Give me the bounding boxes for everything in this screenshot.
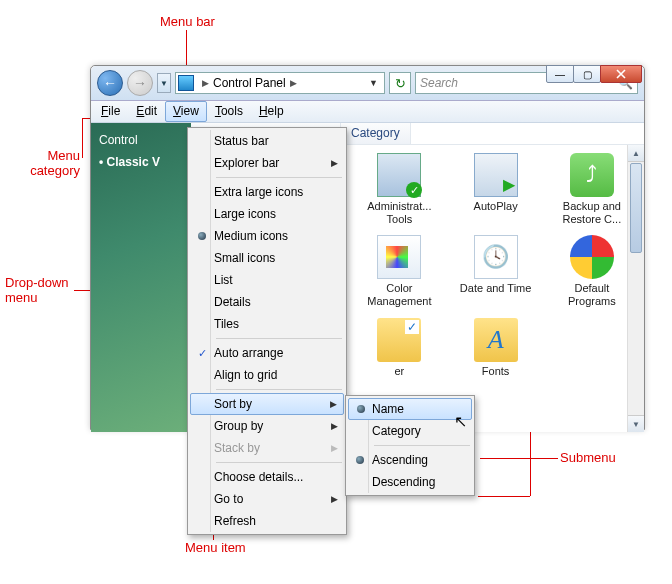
address-dropdown-icon[interactable]: ▼: [365, 78, 382, 88]
item-label: Color Management: [359, 282, 439, 307]
submenu-arrow-icon: ▶: [330, 399, 337, 409]
menu-item-tiles[interactable]: Tiles: [190, 313, 344, 335]
menu-item-medium-icons[interactable]: Medium icons: [190, 225, 344, 247]
breadcrumb-sep-icon: ▶: [290, 78, 297, 88]
radio-icon: [356, 456, 364, 464]
control-panel-item[interactable]: Default Programs: [546, 235, 638, 307]
check-icon: ✓: [194, 347, 210, 360]
menu-help[interactable]: Help: [251, 101, 292, 122]
menu-bar: FileEditViewToolsHelp: [91, 101, 644, 123]
menu-item-choose-details-[interactable]: Choose details...: [190, 466, 344, 488]
menu-item-label: Group by: [214, 419, 263, 433]
menu-item-small-icons[interactable]: Small icons: [190, 247, 344, 269]
annotation-dropdown: Drop-down menu: [5, 275, 75, 305]
menu-view[interactable]: View: [165, 101, 207, 122]
submenu-arrow-icon: ▶: [331, 421, 338, 431]
menu-item-details[interactable]: Details: [190, 291, 344, 313]
menu-item-auto-arrange[interactable]: ✓Auto arrange: [190, 342, 344, 364]
item-label: Administrat... Tools: [359, 200, 439, 225]
menu-item-stack-by: Stack by▶: [190, 437, 344, 459]
maximize-button[interactable]: ▢: [573, 65, 601, 83]
menu-item-label: Sort by: [214, 397, 252, 411]
address-bar[interactable]: ▶ Control Panel ▶ ▼: [175, 72, 385, 94]
menu-item-list[interactable]: List: [190, 269, 344, 291]
menu-item-sort-by[interactable]: Sort by▶: [190, 393, 344, 415]
menu-item-label: List: [214, 273, 233, 287]
menu-item-go-to[interactable]: Go to▶: [190, 488, 344, 510]
control-panel-icon: [178, 75, 194, 91]
menu-item-align-to-grid[interactable]: Align to grid: [190, 364, 344, 386]
menu-item-label: Align to grid: [214, 368, 277, 382]
folder-icon: [377, 318, 421, 362]
menu-item-label: Category: [372, 424, 421, 438]
menu-item-label: Name: [372, 402, 404, 416]
breadcrumb-sep-icon: ▶: [202, 78, 209, 88]
close-button[interactable]: [600, 65, 642, 83]
control-panel-item[interactable]: Backup and Restore C...: [546, 153, 638, 225]
control-panel-item[interactable]: er: [353, 318, 445, 378]
menu-item-group-by[interactable]: Group by▶: [190, 415, 344, 437]
submenu-arrow-icon: ▶: [331, 443, 338, 453]
menu-item-label: Details: [214, 295, 251, 309]
search-placeholder: Search: [420, 76, 458, 90]
item-label: Date and Time: [460, 282, 532, 295]
menu-edit[interactable]: Edit: [128, 101, 165, 122]
control-panel-item[interactable]: Fonts: [450, 318, 542, 378]
menu-file[interactable]: File: [93, 101, 128, 122]
breadcrumb-label[interactable]: Control Panel: [213, 76, 286, 90]
control-panel-item[interactable]: Date and Time: [450, 235, 542, 307]
annotation-menu-category: Menu category: [20, 148, 80, 178]
scroll-up-button[interactable]: ▲: [628, 145, 644, 162]
menu-separator: [216, 462, 342, 463]
item-label: Default Programs: [552, 282, 632, 307]
forward-button[interactable]: →: [127, 70, 153, 96]
scrollbar-thumb[interactable]: [630, 163, 642, 253]
nav-history-dropdown[interactable]: ▼: [157, 73, 171, 93]
menu-item-explorer-bar[interactable]: Explorer bar▶: [190, 152, 344, 174]
radio-icon: [357, 405, 365, 413]
menu-separator: [216, 338, 342, 339]
backup-icon: [570, 153, 614, 197]
menu-tools[interactable]: Tools: [207, 101, 251, 122]
explorer-window: — ▢ ← → ▼ ▶ Control Panel ▶ ▼ ↻ Search 🔍…: [90, 65, 645, 430]
menu-item-large-icons[interactable]: Large icons: [190, 203, 344, 225]
menu-item-label: Tiles: [214, 317, 239, 331]
sidebar-item-classic-view[interactable]: Classic V: [99, 155, 183, 169]
menu-item-ascending[interactable]: Ascending: [348, 449, 472, 471]
annotation-line: [478, 496, 530, 497]
vertical-scrollbar[interactable]: ▲ ▼: [627, 145, 644, 432]
submenu-arrow-icon: ▶: [331, 494, 338, 504]
back-button[interactable]: ←: [97, 70, 123, 96]
column-category[interactable]: Category: [341, 123, 411, 144]
window-controls: — ▢: [547, 65, 642, 83]
control-panel-item[interactable]: AutoPlay: [450, 153, 542, 225]
menu-item-label: Stack by: [214, 441, 260, 455]
scroll-down-button[interactable]: ▼: [628, 415, 644, 432]
submenu-arrow-icon: ▶: [331, 158, 338, 168]
menu-separator: [216, 389, 342, 390]
menu-item-refresh[interactable]: Refresh: [190, 510, 344, 532]
menu-item-extra-large-icons[interactable]: Extra large icons: [190, 181, 344, 203]
control-panel-item[interactable]: Color Management: [353, 235, 445, 307]
sidebar: Control Classic V: [91, 123, 191, 432]
menu-item-status-bar[interactable]: Status bar: [190, 130, 344, 152]
annotation-line: [480, 458, 558, 459]
radio-icon: [198, 232, 206, 240]
menu-item-name[interactable]: Name: [348, 398, 472, 420]
menu-item-label: Auto arrange: [214, 346, 283, 360]
menu-item-label: Medium icons: [214, 229, 288, 243]
menu-item-descending[interactable]: Descending: [348, 471, 472, 493]
menu-item-label: Descending: [372, 475, 435, 489]
menu-item-label: Status bar: [214, 134, 269, 148]
menu-item-label: Refresh: [214, 514, 256, 528]
menu-item-label: Ascending: [372, 453, 428, 467]
annotation-submenu: Submenu: [560, 450, 616, 465]
tools-icon: [377, 153, 421, 197]
minimize-button[interactable]: —: [546, 65, 574, 83]
sidebar-title: Control: [99, 133, 183, 147]
refresh-button[interactable]: ↻: [389, 72, 411, 94]
menu-item-category[interactable]: Category: [348, 420, 472, 442]
menu-separator: [374, 445, 470, 446]
control-panel-item[interactable]: Administrat... Tools: [353, 153, 445, 225]
item-label: AutoPlay: [474, 200, 518, 213]
